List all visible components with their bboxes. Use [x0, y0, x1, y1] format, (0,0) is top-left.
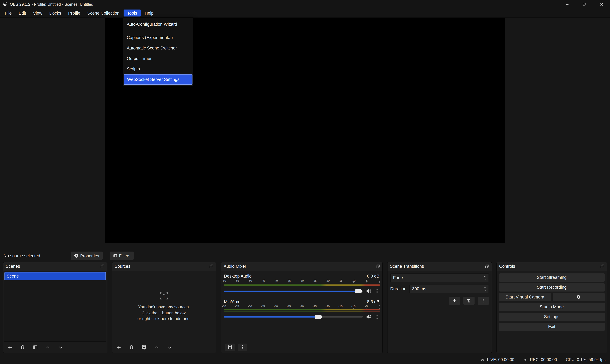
scene-list-item-selected[interactable]: Scene [4, 272, 106, 280]
menu-item-captions[interactable]: Captions (Experimental) [124, 32, 193, 43]
popout-icon[interactable] [375, 264, 380, 268]
menu-view[interactable]: View [29, 9, 46, 17]
maximize-button[interactable] [576, 0, 593, 9]
meter-tick-label: -55 [235, 305, 239, 308]
remove-scene-button[interactable] [20, 345, 25, 350]
menu-docks[interactable]: Docks [46, 9, 65, 17]
meter-tick-label: -10 [351, 279, 356, 282]
chevron-up-icon [45, 345, 51, 350]
channel-db-value: -8.3 dB [366, 299, 379, 304]
move-scene-down-button[interactable] [58, 345, 63, 350]
transition-select[interactable]: Fade [390, 273, 489, 282]
audio-mixer-dock-header: Audio Mixer [221, 262, 382, 271]
kebab-icon[interactable] [374, 288, 379, 294]
start-streaming-button[interactable]: Start Streaming [499, 273, 605, 282]
menu-item-websocket-server-settings[interactable]: WebSocket Server Settings [124, 74, 193, 85]
source-properties-button[interactable] [142, 345, 147, 350]
move-scene-up-button[interactable] [45, 345, 51, 350]
filters-icon [113, 254, 117, 258]
scene-transitions-dock-header: Scene Transitions [387, 262, 492, 271]
meter-tick-label: -5 [365, 305, 368, 308]
popout-icon[interactable] [100, 264, 105, 268]
add-scene-button[interactable] [7, 345, 12, 350]
speaker-icon[interactable] [366, 314, 371, 319]
live-status: LIVE: 00:00:00 [480, 357, 514, 362]
duration-spinbox[interactable]: 300 ms [409, 284, 489, 293]
scene-filters-button[interactable] [33, 345, 38, 350]
slider-handle[interactable] [355, 289, 362, 293]
close-icon [599, 2, 603, 6]
menu-item-auto-configuration-wizard[interactable]: Auto-Configuration Wizard [124, 19, 193, 29]
mixer-menu-button[interactable] [238, 344, 248, 351]
studio-mode-button[interactable]: Studio Mode [499, 303, 605, 311]
speaker-icon[interactable] [366, 288, 371, 294]
close-button[interactable] [593, 0, 610, 9]
menu-item-automatic-scene-switcher[interactable]: Automatic Scene Switcher [124, 43, 193, 53]
start-virtual-camera-button[interactable]: Start Virtual Camera [499, 293, 551, 301]
menu-label: File [5, 11, 12, 15]
menu-item-output-timer[interactable]: Output Timer [124, 53, 193, 64]
menu-label: View [33, 11, 42, 15]
kebab-icon[interactable] [374, 314, 379, 319]
spin-arrows[interactable] [484, 286, 486, 291]
volume-slider[interactable] [224, 313, 362, 320]
dock-title: Scenes [6, 264, 100, 269]
plus-icon [7, 345, 12, 350]
trash-icon [129, 345, 134, 350]
minimize-button[interactable] [558, 0, 576, 9]
slider-handle[interactable] [315, 315, 322, 319]
settings-button[interactable]: Settings [499, 312, 605, 321]
menu-scene-collection[interactable]: Scene Collection [84, 9, 123, 17]
exit-button[interactable]: Exit [499, 323, 605, 331]
meter-tick-label: -45 [261, 305, 265, 308]
scene-list[interactable]: Scene [4, 271, 106, 341]
minimize-icon [565, 2, 569, 6]
transition-menu-button[interactable] [478, 297, 489, 305]
meter-tick-label: -35 [287, 305, 291, 308]
empty-text-line: You don't have any sources. [137, 304, 191, 310]
meter-tick-label: -5 [365, 279, 368, 282]
chevron-down-icon [58, 345, 63, 350]
volume-meter [224, 309, 379, 311]
start-recording-button[interactable]: Start Recording [499, 283, 605, 291]
menu-tools[interactable]: Tools Auto-Configuration Wizard Captions… [123, 9, 141, 17]
add-source-button[interactable] [116, 345, 121, 350]
chevron-up-icon [484, 275, 486, 278]
remove-transition-button[interactable] [463, 297, 474, 305]
menu-edit[interactable]: Edit [15, 9, 30, 17]
meter-scale: -60-55-50-45-40-35-30-25-20-15-10-50 [224, 279, 379, 283]
move-source-down-button[interactable] [167, 345, 172, 350]
restore-icon [582, 2, 586, 6]
dock-title: Sources [115, 264, 209, 269]
volume-meter [224, 284, 379, 286]
spin-down-icon [484, 289, 486, 291]
menu-item-scripts[interactable]: Scripts [124, 64, 193, 74]
remove-source-button[interactable] [129, 345, 134, 350]
advanced-audio-properties-button[interactable] [225, 344, 235, 351]
filters-label: Filters [119, 253, 130, 258]
virtual-camera-config-button[interactable] [553, 293, 605, 301]
meter-tick-label: -20 [326, 305, 330, 308]
sources-empty-state[interactable]: You don't have any sources. Click the + … [112, 271, 216, 342]
slider-fill [224, 316, 318, 317]
popout-icon[interactable] [600, 264, 604, 268]
advanced-audio-icon [227, 345, 233, 350]
menu-help[interactable]: Help [141, 9, 157, 17]
volume-slider[interactable] [224, 288, 362, 294]
popout-icon[interactable] [209, 264, 213, 268]
properties-label: Properties [80, 253, 99, 258]
properties-button[interactable]: Properties [71, 252, 103, 260]
popout-icon[interactable] [485, 264, 489, 268]
meter-tick-label: -25 [313, 305, 317, 308]
move-source-up-button[interactable] [154, 345, 159, 350]
menu-file[interactable]: File [1, 9, 15, 17]
rec-status: REC: 00:00:00 [523, 357, 557, 362]
filters-button[interactable]: Filters [110, 252, 134, 260]
tools-dropdown-menu: Auto-Configuration Wizard Captions (Expe… [123, 17, 194, 86]
source-status-text: No source selected [3, 253, 40, 258]
meter-tick-label: -30 [300, 305, 304, 308]
menu-label: Docks [49, 11, 61, 15]
menu-profile[interactable]: Profile [65, 9, 84, 17]
add-transition-button[interactable] [449, 297, 460, 305]
plus-icon [452, 298, 457, 303]
